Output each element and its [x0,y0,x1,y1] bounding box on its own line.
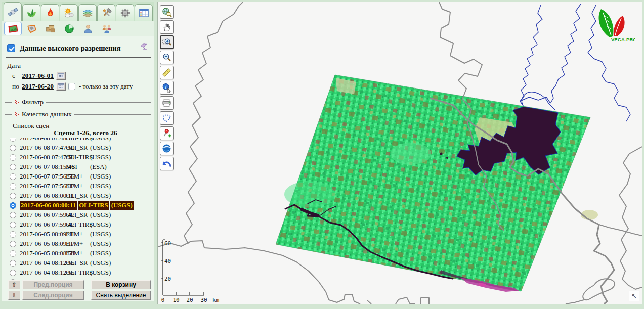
scene-agency: (USGS) [90,211,116,219]
quality-section[interactable]: Качество данных [5,110,151,118]
tab-fire[interactable] [41,4,59,21]
scene-radio[interactable] [10,138,16,142]
clear-selection-button[interactable]: Снять выделение [91,291,151,300]
only-date-checkbox[interactable] [68,83,75,90]
tab-layers[interactable] [78,4,97,21]
tool-user[interactable] [79,22,97,35]
scene-radio[interactable] [10,250,16,257]
calendar-from-button[interactable] [56,72,66,80]
scene-radio[interactable] [10,241,16,247]
scene-image-icon [7,23,19,34]
scene-radio[interactable] [10,154,16,161]
scene-row[interactable]: 2017-06-07 08:15:46MSI(ESA) [5,162,151,172]
scene-row[interactable]: 2017-06-08 07:48:14OLI-TIRS(USGS) [5,138,151,143]
tab-tools[interactable] [97,4,115,21]
filter-section[interactable]: Фильтр [5,98,151,106]
date-to-link[interactable]: 2017-06-20 [22,82,54,91]
map-tool-print[interactable] [160,96,174,110]
scene-radio[interactable] [10,164,16,170]
scene-row[interactable]: 2017-06-04 08:12:55OLI_SR(USGS) [5,258,151,268]
scene-sensor: OLI_SR [66,259,90,267]
calendar-to-button[interactable] [56,82,66,91]
sidebar: Данные высокого разрешения Дата с 2017-0… [2,2,154,301]
tool-coverage[interactable] [60,22,78,35]
scene-radio[interactable] [10,270,16,276]
map-tool-undo[interactable] [160,157,174,170]
zoom-in-box-icon [161,37,172,48]
tab-settings[interactable] [116,4,134,21]
scene-agency: (USGS) [90,259,116,267]
tool-mosaic[interactable] [41,22,59,35]
scene-agency: (USGS) [110,201,134,210]
map-tool-identify[interactable]: i [160,81,174,95]
high-res-checkbox[interactable] [7,44,15,52]
map-canvas[interactable]: 60 40 20 0 10 20 30 km [158,2,642,304]
scene-list[interactable]: 2017-06-08 07:48:14OLI-TIRS(USGS)2017-06… [5,138,151,280]
tab-weather[interactable] [60,4,78,21]
map-tool-zoom-in-box[interactable] [160,35,174,49]
table-icon [138,7,150,19]
scene-list-label: Список сцен [10,122,52,130]
satellite-dish-icon[interactable] [140,43,148,53]
scroll-down-button[interactable]: ⇩ [8,291,20,300]
scene-row[interactable]: 2017-06-04 08:12:55OLI-TIRS(USGS) [5,268,151,278]
scene-datetime: 2017-06-07 07:56:32 [20,183,66,190]
scene-row[interactable]: 2017-06-06 07:59:47OLI-TIRS(USGS) [5,220,151,230]
scene-row[interactable]: 2017-06-08 07:47:50OLI-TIRS(USGS) [5,153,151,162]
scene-row[interactable]: 2017-06-05 08:09:41ETM+(USGS) [5,230,151,239]
scene-row[interactable]: 2017-06-04 08:12:31OLI_SR(USGS) [5,278,151,280]
expand-icon [15,100,19,105]
scene-radio[interactable] [10,279,16,280]
layers-icon [82,7,94,19]
map-tool-pan[interactable] [160,20,174,34]
scene-radio[interactable] [10,231,16,238]
scene-row[interactable]: 2017-06-07 07:56:56ETM+(USGS) [5,172,151,182]
date-from-link[interactable]: 2017-06-01 [22,72,54,80]
map-tool-zoom-extent[interactable] [160,5,174,19]
to-cart-button[interactable]: В корзину [91,280,151,289]
map-tool-draw-polygon[interactable] [160,111,174,125]
scene-radio[interactable] [10,183,16,190]
tab-table[interactable] [135,4,153,21]
scene-sensor: ETM+ [66,183,90,190]
scene-radio[interactable] [10,212,16,218]
scene-agency: (USGS) [90,183,116,190]
tool-scene-contour[interactable] [23,22,40,35]
tab-vegetation[interactable] [22,4,40,21]
scene-datetime: 2017-06-05 08:09:41 [20,231,66,238]
prev-portion-button[interactable]: Пред.порция [22,280,84,289]
scene-datetime: 2017-06-05 08:08:54 [20,250,66,257]
scene-radio[interactable] [10,260,16,267]
scene-row[interactable]: 2017-06-06 07:59:47OLI_SR(USGS) [5,210,151,220]
scene-radio[interactable] [10,202,16,209]
svg-text:60: 60 [164,240,171,247]
scene-row[interactable]: 2017-06-06 08:00:11OLI-TIRS(USGS) [5,201,151,210]
scene-agency: (USGS) [90,221,116,229]
next-portion-button[interactable]: След.порция [22,291,84,300]
scene-row[interactable]: 2017-06-06 08:00:11OLI_SR(USGS) [5,191,151,201]
scene-row[interactable]: 2017-06-05 08:09:17ETM+(USGS) [5,239,151,249]
map-tool-google-earth[interactable] [160,142,174,155]
settings-icon [119,7,131,19]
scene-agency: (USGS) [90,144,116,152]
scene-radio[interactable] [10,222,16,228]
expand-button[interactable]: ↖ [629,291,639,301]
scene-radio[interactable] [10,193,16,199]
satellite-scene[interactable] [276,75,598,292]
tool-user-group[interactable] [98,22,115,35]
weather-icon [63,7,75,19]
expand-arrow-icon: ↖ [631,292,637,300]
scene-datetime: 2017-06-06 08:00:11 [20,201,77,210]
scene-row[interactable]: 2017-06-05 08:08:54ETM+(USGS) [5,249,151,258]
scroll-up-button[interactable]: ⇧ [8,280,20,289]
tool-scene-image[interactable] [4,22,22,35]
scene-row[interactable]: 2017-06-07 07:56:32ETM+(USGS) [5,182,151,191]
map-tool-ruler[interactable] [160,66,174,79]
scene-row[interactable]: 2017-06-08 07:47:50OLI_SR(USGS) [5,143,151,153]
map-tool-add-placemark[interactable] [160,126,174,140]
scene-radio[interactable] [10,173,16,180]
pan-icon [161,22,172,32]
map-tool-zoom-out[interactable] [160,51,174,64]
scene-radio[interactable] [10,145,16,151]
tab-satellite[interactable] [4,2,22,21]
